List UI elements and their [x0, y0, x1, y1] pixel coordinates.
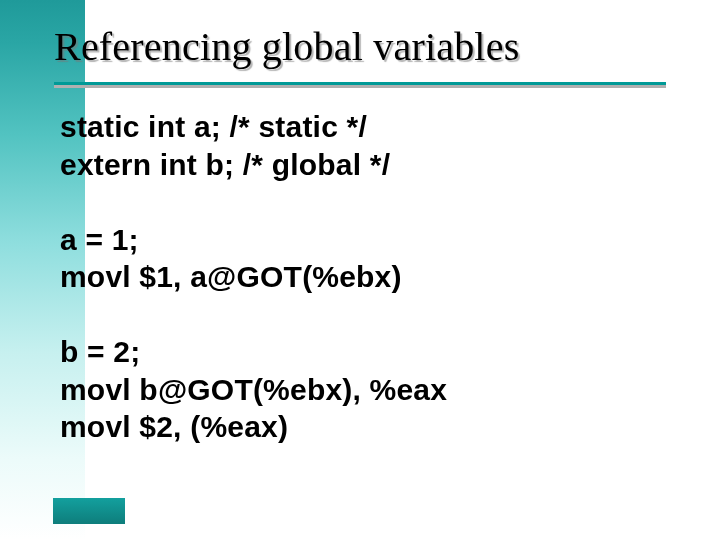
- accent-box: [53, 498, 125, 524]
- code-line-6: movl b@GOT(%ebx), %eax: [60, 373, 447, 406]
- code-line-3: a = 1;: [60, 223, 139, 256]
- underline-shadow: [54, 85, 666, 88]
- slide: Referencing global variables static int …: [0, 0, 720, 540]
- title-wrap: Referencing global variables: [54, 26, 666, 68]
- title-underline: [54, 82, 666, 92]
- code-line-5: b = 2;: [60, 335, 140, 368]
- code-line-2: extern int b; /* global */: [60, 148, 390, 181]
- code-line-7: movl $2, (%eax): [60, 410, 288, 443]
- page-title: Referencing global variables: [54, 26, 666, 68]
- code-line-4: movl $1, a@GOT(%ebx): [60, 260, 402, 293]
- code-block: static int a; /* static */ extern int b;…: [60, 108, 447, 446]
- code-line-1: static int a; /* static */: [60, 110, 367, 143]
- underline-line: [54, 82, 666, 85]
